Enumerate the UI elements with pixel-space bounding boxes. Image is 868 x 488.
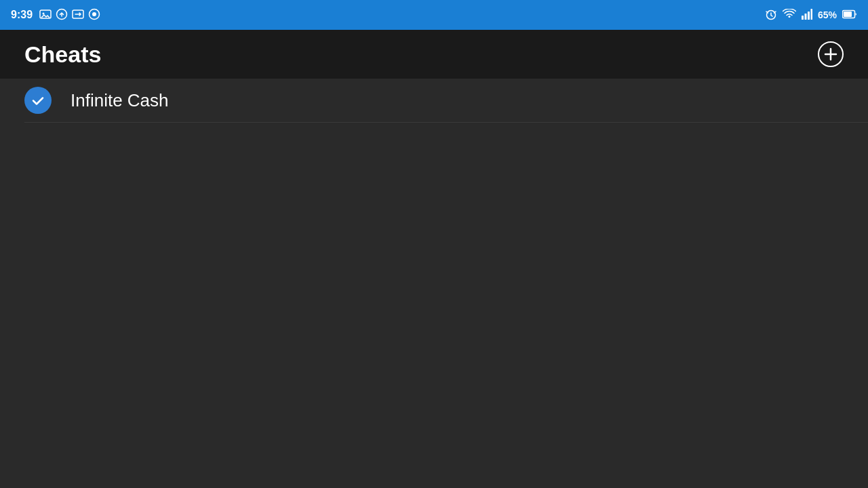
status-icons — [39, 8, 100, 22]
plus-icon — [823, 47, 838, 62]
image-icon — [39, 9, 52, 22]
app-header: Cheats — [0, 30, 868, 79]
cheat-name: Infinite Cash — [71, 90, 169, 111]
svg-rect-6 — [802, 16, 804, 20]
svg-rect-7 — [804, 14, 806, 20]
wifi-icon — [783, 9, 796, 22]
app-icon — [88, 8, 100, 22]
svg-rect-11 — [844, 12, 852, 17]
status-bar-right: 65% — [765, 8, 857, 22]
add-cheat-button[interactable] — [818, 41, 844, 67]
cheats-list: Infinite Cash — [0, 79, 868, 123]
alarm-icon — [765, 8, 777, 22]
cheat-enabled-icon — [24, 87, 52, 114]
list-divider — [24, 122, 868, 123]
svg-rect-8 — [808, 12, 810, 20]
checkmark-icon — [31, 93, 45, 108]
transfer-icon — [72, 9, 84, 21]
signal-icon — [802, 9, 812, 22]
status-bar-left: 9:39 — [11, 8, 100, 22]
status-bar: 9:39 — [0, 0, 868, 30]
svg-rect-9 — [810, 9, 812, 20]
list-item[interactable]: Infinite Cash — [0, 79, 868, 122]
battery-icon — [842, 9, 857, 21]
page-title: Cheats — [24, 41, 101, 68]
status-time: 9:39 — [11, 9, 33, 21]
upload-icon — [56, 8, 68, 22]
battery-percentage: 65% — [818, 9, 837, 20]
